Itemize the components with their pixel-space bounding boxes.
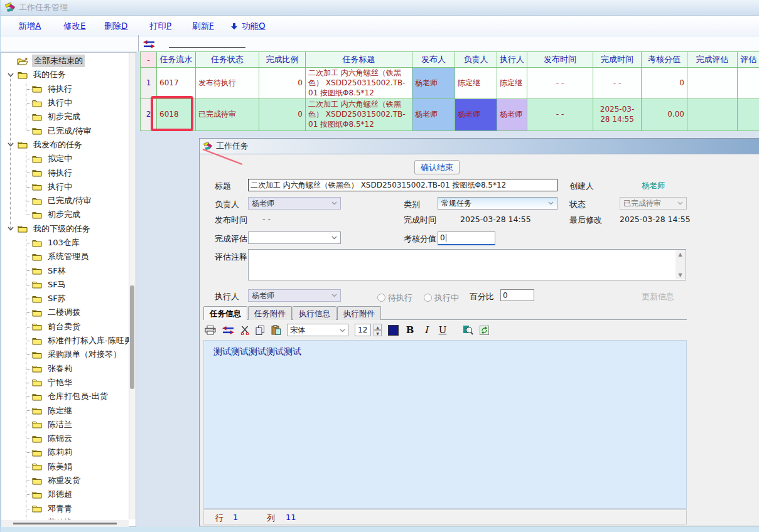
table-cell[interactable]: - - [593, 68, 642, 99]
status-combobox[interactable]: 已完成待审 [620, 197, 687, 210]
table-cell[interactable]: 杨老师 [412, 99, 455, 130]
swap-arrows-icon[interactable] [143, 39, 155, 51]
table-cell[interactable]: 杨老师 [497, 99, 527, 130]
chevron-down-icon[interactable] [6, 226, 16, 231]
executor-combobox[interactable]: 杨老师 [248, 289, 341, 302]
eval-combobox[interactable] [248, 231, 341, 244]
tree-item[interactable]: 我发布的任务 [1, 138, 129, 152]
tree-item[interactable]: 前台卖货 [1, 320, 129, 334]
tree-item[interactable]: 已完成/待审 [1, 194, 129, 208]
title-input[interactable] [248, 179, 557, 191]
percent-input[interactable] [500, 289, 534, 301]
cut-icon[interactable] [240, 326, 249, 335]
confirm-finish-button[interactable]: 确认结束 [414, 160, 460, 174]
chevron-down-icon[interactable] [6, 73, 16, 77]
print-button[interactable]: 打印P [149, 21, 171, 32]
tree-item[interactable]: 陈洁兰 [1, 418, 129, 432]
tree-item[interactable]: 采购跟单（对接琴） [1, 348, 129, 361]
tree-item[interactable]: 标准件打标入库-陈旺勇 [1, 334, 129, 348]
column-header[interactable]: 评估 [738, 52, 759, 68]
tree-item[interactable]: 宁艳华 [1, 376, 129, 390]
filter-field-underline[interactable] [169, 47, 245, 48]
table-cell[interactable]: 2025-03-28 14:55 [593, 99, 642, 130]
table-cell[interactable]: 杨老师 [455, 99, 497, 130]
edit-button[interactable]: 修改E [63, 21, 86, 32]
table-cell[interactable]: 二次加工 内六角螺丝（铁黑色） XSDD250315002.TB-01 按图纸Φ… [306, 68, 412, 99]
italic-button[interactable]: I [421, 324, 431, 336]
radio-running[interactable]: 执行中 [424, 291, 459, 304]
tree-item[interactable]: 拟定中 [1, 152, 129, 166]
color-swatch[interactable] [388, 325, 399, 336]
table-cell[interactable]: 陈定继 [497, 68, 527, 99]
tree-item[interactable]: 陈美娟 [1, 460, 129, 474]
table-cell[interactable]: 0.00 [642, 99, 687, 130]
tree-item[interactable]: 初步完成 [1, 110, 129, 124]
column-header[interactable]: 任务标题 [306, 52, 412, 68]
owner-combobox[interactable]: 杨老师 [248, 197, 341, 210]
column-header[interactable]: 任务状态 [196, 52, 259, 68]
tree-item[interactable]: 称重发货 [1, 474, 129, 487]
category-combobox[interactable]: 常规任务 [438, 197, 557, 210]
find-icon[interactable] [463, 325, 473, 335]
tree-item[interactable]: 董佳锋 [1, 516, 129, 519]
column-header[interactable]: 负责人 [455, 52, 497, 68]
table-cell[interactable]: 0 [259, 99, 306, 130]
swap-arrows-icon[interactable] [222, 326, 234, 334]
tree-item[interactable]: SF苏 [1, 292, 129, 306]
function-down-arrow-icon[interactable] [230, 22, 238, 32]
column-header[interactable]: 发布人 [412, 52, 455, 68]
refresh-icon[interactable] [480, 326, 489, 335]
radio-circle-icon[interactable] [424, 294, 432, 302]
tree-item[interactable]: 我的任务 [1, 68, 129, 82]
row-number-cell[interactable]: 1 [141, 68, 157, 99]
score-input[interactable]: 0 [438, 231, 495, 245]
table-row[interactable]: 26018已完成待审0二次加工 内六角螺丝（铁黑色） XSDD250315002… [141, 99, 759, 130]
tree-item[interactable]: 二楼调拨 [1, 306, 129, 319]
tree-item[interactable]: 全部未结束的 [1, 54, 129, 68]
column-header[interactable]: 完成评估 [687, 52, 738, 68]
refresh-button[interactable]: 刷新F [192, 21, 214, 32]
tree-item[interactable]: 邓青青 [1, 502, 129, 516]
spinner-down-icon[interactable]: ▼ [374, 330, 382, 336]
tab-execution-attachments[interactable]: 执行附件 [337, 306, 381, 320]
table-cell[interactable]: 6017 [157, 68, 196, 99]
table-cell[interactable] [687, 68, 738, 99]
tree-item[interactable]: 初步完成 [1, 208, 129, 221]
column-header[interactable]: 任务流水 [157, 52, 196, 68]
table-cell[interactable]: - - [527, 99, 593, 130]
tab-execution-info[interactable]: 执行信息 [293, 306, 336, 320]
tree-item[interactable]: 郑德超 [1, 487, 129, 501]
table-cell[interactable] [738, 99, 759, 130]
tree-item[interactable]: 待执行 [1, 166, 129, 179]
radio-pending[interactable]: 待执行 [377, 291, 412, 304]
table-cell[interactable]: 0 [259, 68, 306, 99]
copy-icon[interactable] [256, 326, 265, 335]
tree-item[interactable]: 陈莉莉 [1, 445, 129, 459]
table-cell[interactable]: 0 [642, 68, 687, 99]
note-textarea[interactable]: ▲▼ [248, 249, 686, 280]
dialog-titlebar[interactable]: 工作任务 [200, 139, 759, 154]
font-size-input[interactable]: 12 [355, 324, 371, 336]
tree-item[interactable]: 仓库打包员-出货 [1, 390, 129, 403]
table-cell[interactable] [687, 99, 738, 130]
table-cell[interactable] [738, 68, 759, 99]
tree-item[interactable]: 陈定继 [1, 403, 129, 417]
table-cell[interactable]: 二次加工 内六角螺丝（铁黑色） XSDD250315002.TB-01 按图纸Φ… [306, 99, 412, 130]
tree-item[interactable]: 我的下级的任务 [1, 222, 129, 236]
print-icon[interactable] [205, 326, 216, 335]
column-header[interactable]: 完成比例 [259, 52, 306, 68]
textarea-scrollbar[interactable]: ▲▼ [676, 250, 685, 279]
column-header[interactable]: - [141, 52, 157, 68]
table-cell[interactable]: 已完成待审 [196, 99, 259, 130]
tree-item[interactable]: 陈锦云 [1, 432, 129, 445]
tree-item[interactable]: SF马 [1, 278, 129, 292]
tree-item[interactable]: 执行中 [1, 180, 129, 194]
table-cell[interactable]: 陈定继 [455, 68, 497, 99]
font-family-combobox[interactable]: 宋体 [287, 324, 348, 336]
sidebar-vertical-scrollbar-thumb[interactable] [130, 285, 134, 389]
editor-content[interactable]: 测试测试测试测试测试 [203, 340, 687, 509]
tab-task-attachments[interactable]: 任务附件 [248, 306, 292, 320]
underline-button[interactable]: U [438, 324, 448, 336]
tree-item[interactable]: 执行中 [1, 96, 129, 110]
radio-circle-icon[interactable] [377, 294, 385, 302]
